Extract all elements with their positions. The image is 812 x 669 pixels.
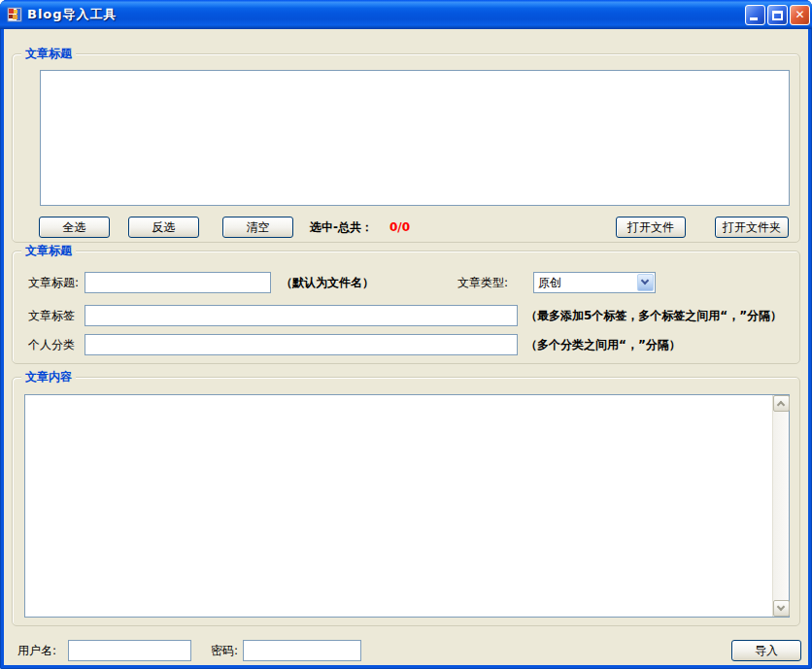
category-label: 个人分类 [28,334,75,355]
article-content-group: 文章内容 [12,377,800,626]
article-type-label: 文章类型: [457,272,508,293]
vertical-scrollbar[interactable] [772,395,789,617]
app-window: Blog导入工具 ✕ 文章标题 全选 反选 清空 选中-总共： 0/0 打开文件… [0,0,812,669]
article-title-label: 文章标题: [28,272,79,293]
scroll-down-button[interactable] [773,600,790,617]
username-input[interactable] [68,640,191,661]
tags-input[interactable] [85,305,518,326]
category-input[interactable] [85,334,518,355]
scroll-up-button[interactable] [773,395,790,412]
select-all-button[interactable]: 全选 [39,217,110,238]
content-textarea[interactable] [24,394,790,618]
minimize-button[interactable] [745,5,765,25]
article-title-input[interactable] [85,272,271,293]
chevron-down-icon [641,277,649,284]
open-file-button[interactable]: 打开文件 [616,217,686,238]
invert-select-button[interactable]: 反选 [128,217,199,238]
window-title: Blog导入工具 [27,6,118,23]
maximize-button[interactable] [767,5,788,25]
titlebar[interactable]: Blog导入工具 ✕ [0,0,812,29]
chevron-down-icon [777,603,785,611]
article-title-hint: （默认为文件名） [281,272,374,293]
clear-button[interactable]: 清空 [222,217,293,238]
minimize-icon [750,17,758,20]
file-listbox[interactable] [40,70,790,206]
count-value: 0/0 [389,217,410,238]
article-meta-group-title: 文章标题 [21,243,76,259]
client-area: 文章标题 全选 反选 清空 选中-总共： 0/0 打开文件 打开文件夹 文章标题… [4,29,808,665]
chevron-up-icon [777,401,785,409]
category-hint: （多个分类之间用“，”分隔） [525,334,681,355]
open-folder-button[interactable]: 打开文件夹 [715,217,789,238]
import-button[interactable]: 导入 [731,640,801,661]
password-input[interactable] [243,640,361,661]
file-list-group: 文章标题 全选 反选 清空 选中-总共： 0/0 打开文件 打开文件夹 [12,53,800,243]
article-type-select[interactable]: 原创 [533,272,656,293]
username-label: 用户名: [17,640,56,661]
tags-label: 文章标签 [28,305,75,326]
article-type-dropdown-button[interactable] [637,274,654,291]
tags-hint: （最多添加5个标签，多个标签之间用“，”分隔） [525,305,782,326]
count-label: 选中-总共： [310,217,373,238]
close-button[interactable]: ✕ [790,5,810,25]
maximize-icon [772,11,783,20]
article-meta-group: 文章标题 文章标题: （默认为文件名） 文章类型: 原创 文章标签 （最多添加5… [12,251,800,364]
app-icon [7,7,22,22]
file-list-group-title: 文章标题 [21,46,76,62]
article-type-value: 原创 [538,275,561,290]
close-icon: ✕ [795,8,804,21]
article-content-group-title: 文章内容 [21,369,76,385]
password-label: 密码: [211,640,238,661]
